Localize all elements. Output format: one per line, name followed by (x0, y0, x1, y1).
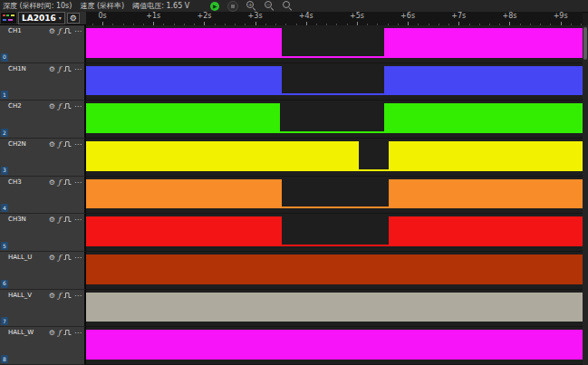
trigger-edge-icon[interactable] (63, 292, 72, 301)
waveform-row[interactable] (86, 25, 583, 63)
gear-icon[interactable]: ⚙ (49, 216, 55, 224)
waveform-high-segment (389, 216, 583, 246)
more-icon[interactable]: ⋯ (74, 103, 82, 110)
sample-depth-dropdown[interactable]: 深度 (采样时间: 10s) (3, 0, 72, 12)
channel-row: 6HALL_U⚙ƒ⋯ (0, 252, 583, 290)
more-icon[interactable]: ⋯ (74, 141, 82, 149)
waveform-high-segment (86, 66, 282, 96)
gear-icon[interactable]: ⚙ (49, 330, 55, 337)
trigger-edge-icon[interactable] (63, 216, 72, 225)
waveform-row[interactable] (86, 290, 583, 328)
device-settings-button[interactable]: ⚙ (67, 13, 80, 24)
ruler-label: +9s (554, 13, 568, 20)
run-button[interactable]: ▶ (210, 2, 219, 11)
gear-icon[interactable]: ⚙ (49, 103, 55, 110)
channel-sidebar-item[interactable]: 2CH2⚙ƒ⋯ (0, 101, 86, 139)
more-icon[interactable]: ⋯ (74, 216, 82, 224)
waveform-row[interactable] (86, 214, 583, 252)
channel-icons: ⚙ƒ⋯ (49, 178, 82, 187)
zoom-in-icon: + (246, 1, 254, 8)
waveform-low-segment (282, 207, 389, 208)
channel-row: 7HALL_V⚙ƒ⋯ (0, 290, 583, 328)
trigger-edge-icon[interactable] (63, 178, 72, 187)
sample-rate-dropdown[interactable]: 速度 (采样率) (80, 0, 124, 12)
ruler-label: +7s (451, 13, 466, 20)
stop-icon (231, 5, 235, 8)
more-icon[interactable]: ⋯ (74, 330, 82, 337)
zoom-in-button[interactable]: + (246, 1, 256, 11)
zoom-fit-button[interactable] (283, 1, 293, 11)
channel-sidebar-item[interactable]: 0CH1⚙ƒ⋯ (0, 25, 86, 63)
gear-icon[interactable]: ⚙ (49, 179, 55, 187)
gear-icon[interactable]: ⚙ (49, 293, 55, 300)
waveform-row[interactable] (86, 63, 583, 101)
function-icon[interactable]: ƒ (58, 216, 61, 224)
trigger-edge-icon[interactable] (63, 102, 72, 111)
channel-sidebar-item[interactable]: 1CH1N⚙ƒ⋯ (0, 63, 86, 101)
waveform-row[interactable] (86, 177, 583, 215)
waveform-row[interactable] (86, 327, 583, 365)
more-icon[interactable]: ⋯ (74, 66, 82, 73)
channel-sidebar-item[interactable]: 3CH2N⚙ƒ⋯ (0, 139, 86, 177)
waveform-row[interactable] (86, 139, 583, 177)
function-icon[interactable]: ƒ (58, 66, 61, 73)
channel-icons: ⚙ƒ⋯ (49, 329, 82, 338)
ruler-label: +3s (248, 13, 263, 20)
channel-icons: ⚙ƒ⋯ (49, 27, 82, 36)
more-icon[interactable]: ⋯ (74, 179, 82, 187)
channel-sidebar-item[interactable]: 5CH3N⚙ƒ⋯ (0, 214, 86, 252)
gear-icon[interactable]: ⚙ (49, 28, 55, 35)
waveform-high-segment (86, 103, 280, 133)
channel-index-badge: 3 (1, 167, 8, 175)
channel-row: 5CH3N⚙ƒ⋯ (0, 214, 583, 252)
channel-row: 2CH2⚙ƒ⋯ (0, 101, 583, 139)
gear-icon[interactable]: ⚙ (49, 66, 55, 73)
channel-sidebar-item[interactable]: 6HALL_U⚙ƒ⋯ (0, 252, 86, 290)
waveform-row[interactable] (86, 252, 583, 290)
function-icon[interactable]: ƒ (58, 255, 61, 262)
channel-icons: ⚙ƒ⋯ (49, 292, 82, 301)
waveform-low-segment (280, 131, 384, 133)
threshold-voltage-control[interactable]: 阈值电压: 1.65 V (132, 0, 189, 12)
channel-sidebar-item[interactable]: 7HALL_V⚙ƒ⋯ (0, 290, 86, 328)
channel-sidebar-item[interactable]: 8HALL_W⚙ƒ⋯ (0, 327, 86, 365)
trigger-edge-icon[interactable] (63, 27, 72, 36)
channel-sidebar-item[interactable]: 4CH3⚙ƒ⋯ (0, 177, 86, 215)
more-icon[interactable]: ⋯ (74, 28, 82, 35)
vertical-scrollbar[interactable] (583, 25, 588, 365)
channel-index-badge: 7 (1, 317, 8, 325)
trigger-edge-icon[interactable] (63, 329, 72, 338)
waveform-low-segment (282, 93, 383, 95)
trigger-edge-icon[interactable] (63, 65, 72, 74)
channel-index-badge: 6 (1, 280, 8, 288)
time-ruler[interactable]: 0s+1s+2s+3s+4s+5s+6s+7s+8s+9s (86, 12, 583, 26)
channel-name: CH3 (8, 179, 22, 186)
device-bar: LA2016 ▾ ⚙ (0, 12, 86, 25)
channel-name: HALL_V (8, 293, 32, 299)
waveform-low-segment (282, 56, 383, 58)
waveform-low-segment (282, 245, 389, 246)
more-icon[interactable]: ⋯ (74, 293, 82, 300)
trigger-edge-icon[interactable] (63, 254, 72, 263)
function-icon[interactable]: ƒ (58, 293, 61, 300)
scrollbar-thumb[interactable] (583, 27, 587, 60)
waveform-row[interactable] (86, 101, 583, 139)
waveform-high-segment (86, 255, 583, 284)
function-icon[interactable]: ƒ (58, 330, 61, 337)
function-icon[interactable]: ƒ (58, 28, 61, 35)
ruler-label: +6s (400, 13, 415, 20)
waveform-high-segment (384, 28, 583, 58)
function-icon[interactable]: ƒ (58, 179, 61, 187)
function-icon[interactable]: ƒ (58, 103, 61, 110)
ruler-label: +5s (350, 13, 364, 20)
stop-button[interactable] (227, 1, 238, 12)
gear-icon[interactable]: ⚙ (49, 141, 55, 149)
channel-index-badge: 4 (1, 204, 8, 212)
zoom-out-button[interactable]: − (265, 1, 275, 11)
device-select[interactable]: LA2016 ▾ (18, 12, 65, 24)
trigger-edge-icon[interactable] (63, 140, 72, 149)
channel-name: CH2N (8, 141, 26, 148)
function-icon[interactable]: ƒ (58, 141, 61, 149)
gear-icon[interactable]: ⚙ (49, 255, 55, 262)
more-icon[interactable]: ⋯ (74, 255, 82, 262)
